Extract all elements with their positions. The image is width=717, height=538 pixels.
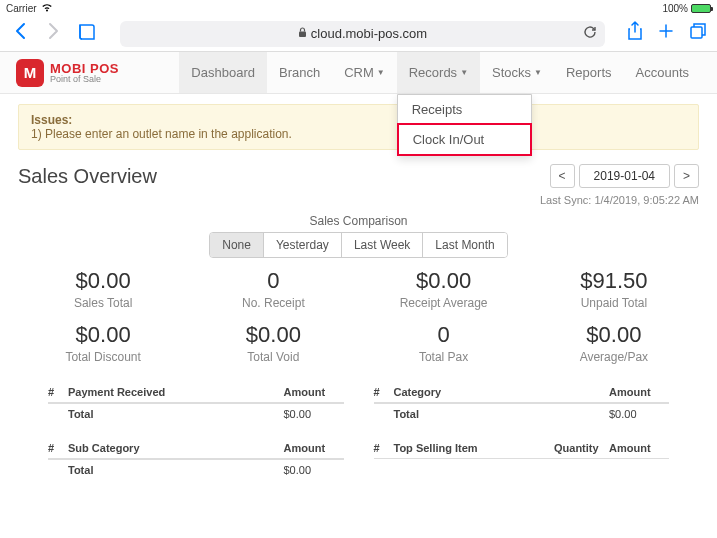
battery-pct: 100% [662, 3, 688, 14]
url-text: cloud.mobi-pos.com [311, 26, 427, 41]
total-pax-value: 0 [359, 322, 529, 348]
nav-crm[interactable]: CRM▼ [332, 52, 397, 93]
total-void-label: Total Void [188, 350, 358, 364]
new-tab-icon[interactable] [657, 22, 675, 45]
seg-yesterday[interactable]: Yesterday [264, 233, 342, 257]
svg-rect-1 [691, 27, 702, 38]
comparison-segment: None Yesterday Last Week Last Month [209, 232, 507, 258]
receipt-average-label: Receipt Average [359, 296, 529, 310]
comparison-title: Sales Comparison [18, 214, 699, 228]
receipt-average-value: $0.00 [359, 268, 529, 294]
nav-accounts[interactable]: Accounts [624, 52, 701, 93]
wifi-icon [41, 3, 53, 14]
date-picker[interactable]: 2019-01-04 [579, 164, 670, 188]
seg-last-month[interactable]: Last Month [423, 233, 506, 257]
share-icon[interactable] [627, 21, 643, 46]
sub-category-table: # Sub Category Amount Total $0.00 [48, 438, 344, 480]
battery-icon [691, 4, 711, 13]
app-navbar: M MOBI POS Point of Sale Dashboard Branc… [0, 52, 717, 94]
logo-text[interactable]: MOBI POS Point of Sale [50, 62, 119, 84]
bookmarks-icon[interactable] [78, 23, 98, 44]
date-next-button[interactable]: > [674, 164, 699, 188]
average-pax-value: $0.00 [529, 322, 699, 348]
safari-toolbar: cloud.mobi-pos.com [0, 16, 717, 52]
last-sync: Last Sync: 1/4/2019, 9:05:22 AM [18, 194, 699, 206]
page-title: Sales Overview [18, 165, 550, 188]
unpaid-total-value: $91.50 [529, 268, 699, 294]
tabs-icon[interactable] [689, 22, 707, 45]
metrics-grid: $0.00 0 $0.00 $91.50 Sales Total No. Rec… [18, 268, 699, 374]
total-discount-label: Total Discount [18, 350, 188, 364]
nav-reports[interactable]: Reports [554, 52, 624, 93]
caret-icon: ▼ [534, 68, 542, 77]
sales-total-value: $0.00 [18, 268, 188, 294]
seg-last-week[interactable]: Last Week [342, 233, 423, 257]
ios-status-bar: Carrier 100% [0, 0, 717, 16]
caret-icon: ▼ [377, 68, 385, 77]
records-dropdown: Receipts Clock In/Out [397, 94, 532, 156]
top-selling-table: # Top Selling Item Quantity Amount [374, 438, 670, 480]
reload-icon[interactable] [583, 25, 597, 42]
forward-button[interactable] [44, 22, 64, 45]
total-discount-value: $0.00 [18, 322, 188, 348]
carrier-label: Carrier [6, 3, 37, 14]
sales-total-label: Sales Total [18, 296, 188, 310]
category-table: # Category Amount Total $0.00 [374, 382, 670, 424]
payment-received-table: # Payment Received Amount Total $0.00 [48, 382, 344, 424]
date-prev-button[interactable]: < [550, 164, 575, 188]
nav-records[interactable]: Records▼ Receipts Clock In/Out [397, 52, 480, 93]
logo-icon[interactable]: M [16, 59, 44, 87]
average-pax-label: Average/Pax [529, 350, 699, 364]
address-bar[interactable]: cloud.mobi-pos.com [120, 21, 605, 47]
unpaid-total-label: Unpaid Total [529, 296, 699, 310]
no-receipt-value: 0 [188, 268, 358, 294]
nav-stocks[interactable]: Stocks▼ [480, 52, 554, 93]
no-receipt-label: No. Receipt [188, 296, 358, 310]
issues-alert: Issues: 1) Please enter an outlet name i… [18, 104, 699, 150]
dropdown-clock-in-out[interactable]: Clock In/Out [397, 123, 532, 156]
back-button[interactable] [10, 22, 30, 45]
dropdown-receipts[interactable]: Receipts [398, 95, 531, 124]
caret-icon: ▼ [460, 68, 468, 77]
nav-branch[interactable]: Branch [267, 52, 332, 93]
svg-rect-0 [299, 32, 306, 38]
lock-icon [298, 27, 307, 40]
seg-none[interactable]: None [210, 233, 264, 257]
alert-title: Issues: [31, 113, 686, 127]
total-pax-label: Total Pax [359, 350, 529, 364]
alert-message: 1) Please enter an outlet name in the ap… [31, 127, 292, 141]
total-void-value: $0.00 [188, 322, 358, 348]
nav-dashboard[interactable]: Dashboard [179, 52, 267, 93]
